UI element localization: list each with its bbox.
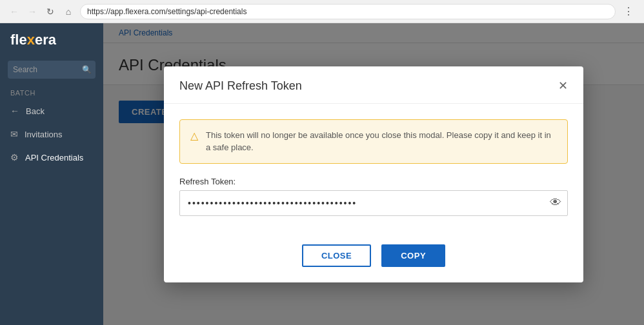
- modal-close-x-button[interactable]: ✕: [558, 80, 568, 92]
- search-icon: 🔍: [82, 65, 92, 74]
- eye-icon: 👁: [550, 196, 561, 210]
- close-button[interactable]: CLOSE: [302, 244, 371, 267]
- refresh-button[interactable]: ↻: [44, 5, 57, 18]
- sidebar-item-invitations[interactable]: ✉ Invitations: [0, 123, 103, 146]
- refresh-token-label: Refresh Token:: [179, 177, 568, 186]
- warning-text: This token will no longer be available o…: [206, 129, 557, 154]
- token-field-wrapper: 👁: [179, 190, 568, 216]
- gear-icon: ⚙: [10, 152, 19, 162]
- modal: New API Refresh Token ✕ △ This token wil…: [164, 66, 583, 282]
- browser-menu-button[interactable]: ⋮: [621, 4, 636, 19]
- sidebar: flexera 🔍 Batch ← Back ✉ Invitations ⚙ A…: [0, 23, 103, 325]
- back-icon: ←: [10, 106, 19, 116]
- back-nav-button[interactable]: ←: [8, 5, 21, 18]
- refresh-token-input[interactable]: [179, 190, 568, 216]
- sidebar-item-invitations-label: Invitations: [25, 130, 63, 139]
- forward-nav-button[interactable]: →: [26, 5, 39, 18]
- sidebar-item-api-credentials-label: API Credentials: [25, 153, 83, 162]
- sidebar-search-container: 🔍: [0, 57, 103, 83]
- logo-text: flexera: [10, 32, 56, 48]
- sidebar-item-back-label: Back: [26, 106, 45, 116]
- home-button[interactable]: ⌂: [62, 5, 75, 18]
- sidebar-logo: flexera: [0, 23, 103, 57]
- modal-title: New API Refresh Token: [179, 79, 302, 93]
- modal-overlay: New API Refresh Token ✕ △ This token wil…: [103, 23, 644, 325]
- toggle-visibility-button[interactable]: 👁: [550, 196, 561, 210]
- warning-icon: △: [190, 130, 198, 142]
- app-layout: flexera 🔍 Batch ← Back ✉ Invitations ⚙ A…: [0, 23, 644, 325]
- sidebar-item-api-credentials[interactable]: ⚙ API Credentials: [0, 146, 103, 169]
- batch-section-label: Batch: [0, 85, 103, 99]
- copy-button[interactable]: COPY: [381, 244, 445, 267]
- modal-header: New API Refresh Token ✕: [164, 66, 583, 104]
- url-bar[interactable]: [80, 4, 616, 19]
- browser-chrome: ← → ↻ ⌂ ⋮: [0, 0, 644, 23]
- sidebar-item-back[interactable]: ← Back: [0, 99, 103, 123]
- modal-footer: CLOSE COPY: [164, 231, 583, 282]
- mail-icon: ✉: [10, 129, 18, 139]
- modal-body: △ This token will no longer be available…: [164, 104, 583, 231]
- warning-box: △ This token will no longer be available…: [179, 119, 568, 164]
- main-content: API Credentials API Credentials CREATE A…: [103, 23, 644, 325]
